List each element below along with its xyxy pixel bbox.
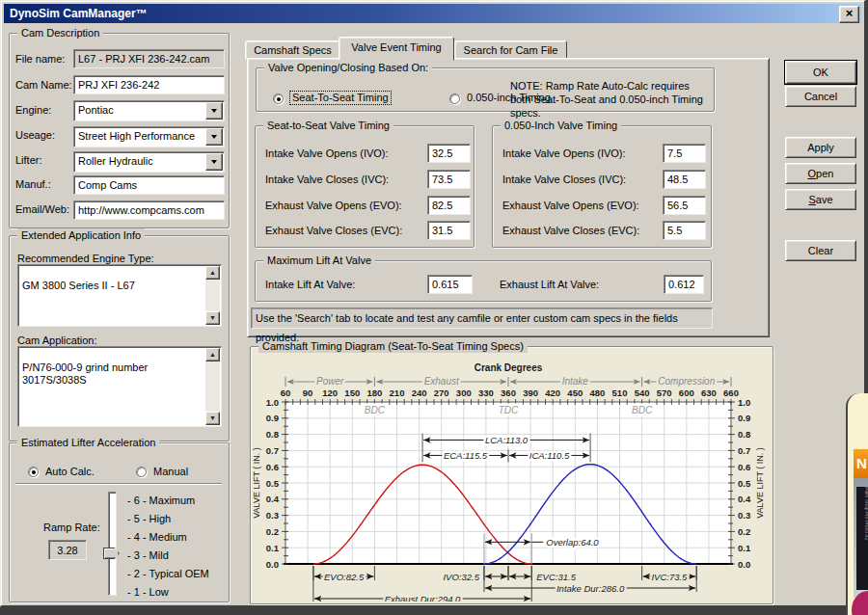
engine-label: Engine: [15,104,51,117]
svg-text:IVC:73.5: IVC:73.5 [651,572,688,582]
useage-dropdown-arrow-icon[interactable] [205,128,223,146]
lifter-select[interactable]: Roller Hydraulic [73,151,225,173]
lash-evc-label: Exhaust Valve Closes (EVC): [502,225,639,237]
lash-evc-field[interactable] [663,221,706,240]
svg-text:570: 570 [657,388,672,398]
manuf-input[interactable] [74,176,224,194]
engine-type-textarea[interactable]: GM 3800 Series II - L67 ▲ ▼ [17,264,222,327]
valve-basis-title: Valve Opening/Closing Based On: [264,61,432,74]
scroll-down-icon[interactable]: ▼ [205,311,220,325]
useage-label: Useage: [15,129,55,142]
seat-ivo-input[interactable] [428,145,470,162]
intake-lift-input[interactable] [428,276,472,293]
seat-to-seat-label[interactable]: Seat-To-Seat Timing [290,92,391,104]
useage-select[interactable]: Street High Performance [73,126,225,147]
seat-evc-input[interactable] [428,222,470,239]
seat-evc-field[interactable] [427,221,471,240]
lash-evo-label: Exhaust Valve Opens (EVO): [502,200,639,212]
svg-text:VALVE LIFT ( IN. ): VALVE LIFT ( IN. ) [755,447,765,519]
auto-calc-radio[interactable] [28,467,39,477]
extended-info-group: Extended Application Info Recommended En… [9,235,230,441]
lash-evo-input[interactable] [664,197,705,214]
manual-label[interactable]: Manual [153,466,188,478]
email-web-field[interactable] [73,201,225,220]
svg-text:90: 90 [303,388,313,398]
svg-text:Exhaust: Exhaust [424,376,460,387]
close-button[interactable]: × [839,6,859,23]
engine-select[interactable]: Pontiac [73,100,225,121]
svg-text:420: 420 [545,388,560,398]
lash-ivo-field[interactable] [663,144,706,163]
manual-radio[interactable] [136,467,147,477]
lash-timing-radio[interactable] [449,94,460,104]
save-button[interactable]: Save [785,189,856,210]
scroll-down-icon[interactable]: ▼ [205,412,220,425]
exhaust-lift-input[interactable] [665,276,703,293]
engine-type-scrollbar[interactable]: ▲ ▼ [205,266,220,325]
lash-ivc-input[interactable] [664,171,705,188]
tab-search-for-cam-file[interactable]: Search for Cam File [454,40,567,60]
svg-text:Power: Power [316,376,344,387]
cam-name-field[interactable] [73,75,225,94]
tab-valve-event-timing[interactable]: Valve Event Timing [339,37,454,61]
lifter-value: Roller Hydraulic [78,154,206,168]
exhaust-lift-field[interactable] [664,275,704,294]
svg-text:0.9: 0.9 [738,413,750,423]
svg-text:ECA:115.5: ECA:115.5 [444,450,488,461]
manuf-field[interactable] [73,175,225,195]
svg-text:0.7: 0.7 [738,445,750,456]
svg-text:210: 210 [390,388,405,398]
auto-calc-label[interactable]: Auto Calc. [45,466,95,478]
lifter-label: Lifter: [15,154,42,167]
ramp-rate-slider-thumb[interactable] [103,548,120,559]
apply-button[interactable]: Apply [785,137,856,158]
svg-text:0.9: 0.9 [266,413,279,423]
lash-ivo-input[interactable] [664,145,705,162]
lash-ivo-label: Intake Valve Opens (IVO): [502,147,626,160]
cam-application-textarea[interactable]: P/N76-000-9 grind number 3017S/3038S ▲ ▼ [17,346,222,427]
tab-camshaft-specs[interactable]: Camshaft Specs [245,40,340,60]
lash-evo-field[interactable] [663,196,706,215]
ramp-rate-value [49,541,86,559]
clear-button[interactable]: Clear [785,240,856,261]
lash-ivc-field[interactable] [663,170,706,189]
seat-ivc-input[interactable] [428,171,470,188]
ramp-rate-slider-track[interactable] [108,492,117,596]
ok-button[interactable]: OK [785,61,856,84]
seat-evo-input[interactable] [428,197,470,214]
file-name-label: File name: [15,53,65,66]
email-web-input[interactable] [74,201,224,219]
scroll-up-icon[interactable]: ▲ [205,348,220,361]
svg-text:0.4: 0.4 [266,494,280,504]
seat-ivc-field[interactable] [427,170,471,189]
open-button[interactable]: Open [785,163,856,184]
intake-lift-field[interactable] [427,275,473,294]
cam-name-input[interactable] [74,76,224,94]
svg-text:390: 390 [523,388,538,398]
lifter-dropdown-arrow-icon[interactable] [205,153,223,171]
manuf-label: Manuf.: [15,178,51,191]
titlebar[interactable]: DynoSim CamManager™ × [4,4,861,23]
close-icon: × [846,6,854,20]
engine-dropdown-arrow-icon[interactable] [205,102,223,120]
seat-to-seat-radio[interactable] [273,94,284,104]
lash-evc-input[interactable] [664,222,705,239]
cam-application-scrollbar[interactable]: ▲ ▼ [205,348,220,425]
lash-timing-title: 0.050-Inch Valve Timing [501,119,621,132]
svg-text:330: 330 [478,388,494,398]
screen: DynoSim CamManager™ × Cam Description Fi… [0,0,868,615]
divider [15,483,222,485]
max-lift-group: Maximum Lift At Valve Intake Lift At Val… [255,260,712,302]
cam-description-group: Cam Description File name: Cam Name: Eng… [9,33,230,228]
svg-text:0.3: 0.3 [266,510,279,521]
svg-text:300: 300 [456,388,472,398]
scroll-up-icon[interactable]: ▲ [205,266,220,280]
svg-text:480: 480 [589,388,605,398]
cam-application-text: P/N76-000-9 grind number 3017S/3038S [22,361,148,386]
svg-text:BDC: BDC [365,405,386,415]
seat-ivo-field[interactable] [427,144,471,163]
seat-evo-field[interactable] [427,196,471,215]
cancel-button[interactable]: Cancel [785,86,856,107]
timing-diagram-group: Camshaft Timing Diagram (Seat-To-Seat Ti… [250,346,773,604]
svg-text:Compression: Compression [658,376,715,387]
